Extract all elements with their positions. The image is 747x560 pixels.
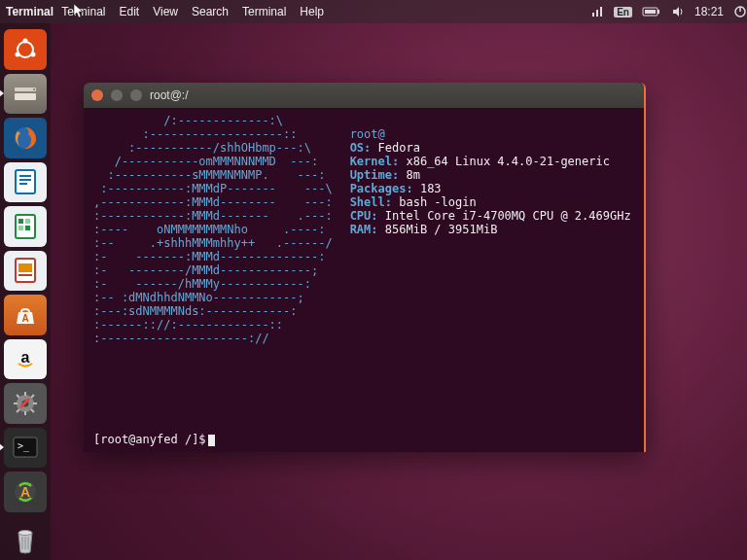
info-ram-key: RAM: — [350, 223, 378, 236]
terminal-titlebar[interactable]: root@:/ — [84, 83, 644, 108]
mouse-cursor-icon — [74, 4, 86, 19]
menu-edit[interactable]: View — [153, 5, 178, 18]
unity-launcher: A a >_ A — [0, 23, 51, 560]
launcher-settings[interactable] — [4, 383, 47, 424]
svg-rect-13 — [19, 175, 31, 177]
window-maximize-button[interactable] — [130, 89, 142, 101]
info-os-val: Fedora — [378, 141, 420, 155]
info-cpu-key: CPU: — [350, 209, 378, 223]
launcher-writer[interactable] — [4, 162, 47, 203]
menu-view[interactable]: Search — [192, 5, 229, 18]
menu-file[interactable]: Edit — [119, 5, 139, 18]
svg-rect-8 — [15, 88, 36, 91]
svg-rect-1 — [658, 10, 659, 14]
clock[interactable]: 18:21 — [694, 5, 724, 18]
svg-point-5 — [23, 38, 28, 43]
info-packages-val: 183 — [420, 182, 442, 195]
svg-rect-12 — [16, 170, 35, 193]
info-userhost: root@ — [350, 127, 385, 141]
launcher-terminal[interactable]: >_ — [4, 428, 47, 469]
terminal-title: root@:/ — [150, 88, 189, 102]
network-indicator[interactable] — [590, 5, 604, 18]
svg-rect-20 — [25, 226, 30, 230]
svg-text:a: a — [21, 349, 30, 366]
svg-point-6 — [16, 52, 20, 56]
launcher-software-updater[interactable]: A — [4, 472, 47, 512]
info-ram-val: 856MiB / 3951MiB — [385, 223, 498, 236]
svg-rect-17 — [18, 219, 23, 224]
svg-line-35 — [31, 395, 34, 398]
launcher-firefox[interactable] — [4, 118, 47, 158]
top-menubar: Terminal Terminal Edit View Search Termi… — [0, 0, 747, 23]
launcher-ubuntu-software[interactable]: A — [4, 295, 47, 335]
prompt-text: [root@anyfed /]$ — [93, 433, 206, 446]
screenfetch-ascii-logo: /:-------------:\ :-------------------::… — [93, 114, 333, 427]
session-indicator[interactable] — [733, 5, 747, 18]
info-kernel-key: Kernel: — [350, 155, 400, 168]
svg-rect-15 — [19, 183, 27, 185]
svg-line-33 — [31, 409, 34, 412]
screenfetch-info: root@ OS: Fedora Kernel: x86_64 Linux 4.… — [350, 114, 631, 427]
info-kernel-val: x86_64 Linux 4.4.0-21-generic — [406, 155, 610, 168]
battery-indicator[interactable] — [642, 6, 661, 18]
svg-text:A: A — [20, 484, 30, 500]
svg-line-34 — [17, 409, 19, 412]
svg-rect-22 — [18, 263, 32, 272]
launcher-impress[interactable] — [4, 251, 47, 292]
info-uptime-val: 8m — [406, 168, 419, 182]
terminal-prompt[interactable]: [root@anyfed /]$ — [84, 433, 644, 452]
svg-point-40 — [18, 531, 32, 536]
terminal-cursor — [208, 435, 215, 446]
launcher-trash[interactable] — [4, 520, 47, 561]
info-os-key: OS: — [350, 141, 372, 155]
terminal-output[interactable]: /:-------------:\ :-------------------::… — [84, 108, 644, 433]
menu-terminal-2[interactable]: Help — [300, 5, 324, 18]
info-uptime-key: Uptime: — [350, 168, 400, 182]
window-close-button[interactable] — [91, 89, 103, 101]
svg-rect-23 — [18, 274, 32, 276]
svg-point-10 — [33, 88, 35, 90]
svg-point-7 — [31, 52, 36, 56]
svg-rect-19 — [18, 226, 23, 230]
terminal-window[interactable]: root@:/ /:-------------:\ :-------------… — [84, 83, 646, 452]
sound-indicator[interactable] — [671, 5, 685, 18]
menu-search[interactable]: Terminal — [242, 5, 286, 18]
launcher-amazon[interactable]: a — [4, 339, 47, 380]
info-packages-key: Packages: — [350, 182, 413, 195]
svg-rect-2 — [645, 10, 656, 14]
launcher-files[interactable] — [4, 74, 47, 115]
launcher-ubuntu-dash[interactable] — [4, 29, 47, 70]
launcher-calc[interactable] — [4, 206, 47, 247]
svg-rect-14 — [19, 179, 31, 181]
svg-line-32 — [17, 395, 19, 398]
svg-text:A: A — [21, 313, 28, 324]
info-shell-val: bash -login — [399, 195, 476, 209]
svg-rect-18 — [25, 219, 30, 224]
window-minimize-button[interactable] — [111, 89, 123, 101]
keyboard-indicator[interactable]: En — [614, 7, 632, 18]
menubar-app-name: Terminal — [6, 5, 53, 18]
info-shell-key: Shell: — [350, 195, 392, 209]
svg-rect-9 — [15, 93, 36, 100]
svg-text:>_: >_ — [18, 440, 30, 452]
info-cpu-val: Intel Core i7-4700MQ CPU @ 2.469GHz — [385, 209, 631, 223]
